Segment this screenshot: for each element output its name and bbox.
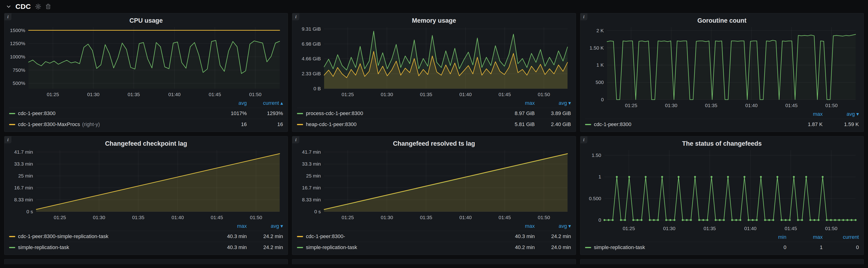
row-title[interactable]: CDC (16, 3, 31, 10)
panel-info-icon[interactable]: i (580, 136, 587, 143)
legend-row[interactable]: process-cdc-1-peer:8300 8.97 GiB 3.89 Gi… (297, 108, 571, 119)
legend-sort-avg[interactable]: avg ▾ (823, 111, 859, 117)
partial-panel (580, 259, 864, 264)
legend-sort-max[interactable]: max (499, 223, 535, 229)
svg-text:01:30: 01:30 (663, 226, 675, 231)
series-color-swatch[interactable] (585, 247, 591, 248)
panels-grid: i CPU usage 500%750%1000%1250%1500%01:25… (0, 13, 868, 255)
series-label[interactable]: simple-replication-task (594, 244, 645, 250)
svg-text:01:45: 01:45 (784, 226, 797, 231)
series-label[interactable]: cdc-1-peer:8300 (18, 110, 55, 116)
legend-sort-max[interactable]: max (499, 100, 535, 106)
series-stat-current: 16 (247, 121, 283, 127)
legend-row[interactable]: cdc-1-peer:8300-simple-replication-task … (9, 231, 283, 242)
svg-text:01:45: 01:45 (499, 215, 511, 220)
svg-text:500: 500 (596, 80, 604, 85)
panel-info-icon[interactable]: i (292, 13, 299, 20)
svg-text:01:35: 01:35 (705, 103, 717, 108)
svg-text:01:50: 01:50 (249, 92, 262, 97)
legend-sort-avg[interactable]: avg ▾ (247, 223, 283, 229)
panel-info-icon[interactable]: i (4, 136, 11, 143)
legend-sort-current[interactable]: current ▴ (247, 100, 283, 106)
goroutine-count-chart[interactable]: 05001 K1.50 K2 K01:2501:3001:3501:4001:4… (585, 24, 859, 110)
legend-row[interactable]: simple-replication-task 40.3 min 24.2 mi… (9, 242, 283, 253)
panel-title[interactable]: CPU usage (9, 14, 283, 24)
svg-text:9.31 GiB: 9.31 GiB (302, 26, 321, 32)
panel-title[interactable]: Changefeed checkpoint lag (9, 137, 283, 147)
legend-row[interactable]: cdc-1-peer:8300 1.87 K 1.59 K (585, 119, 859, 130)
series-color-swatch[interactable] (9, 247, 15, 248)
series-color-swatch[interactable] (297, 113, 303, 114)
next-row-partial (0, 259, 868, 264)
series-color-swatch[interactable] (297, 236, 303, 237)
legend-sort-max[interactable]: max (786, 111, 823, 117)
panel-changefeed-resolved-ts-lag: i Changefeed resolved ts lag 0 s8.33 min… (292, 136, 576, 255)
svg-text:01:30: 01:30 (665, 103, 677, 108)
svg-text:01:45: 01:45 (499, 92, 511, 97)
panel-info-icon[interactable]: i (580, 13, 587, 20)
legend-header: max avg ▾ (297, 221, 571, 231)
series-label[interactable]: simple-replication-task (306, 244, 357, 250)
changefeed-status-chart[interactable]: 00.50011.5001:2501:3001:3501:4001:4501:5… (585, 147, 859, 233)
memory-usage-chart[interactable]: 0 B2.33 GiB4.66 GiB6.98 GiB9.31 GiB01:25… (297, 24, 571, 98)
svg-text:01:35: 01:35 (420, 215, 432, 220)
series-stat-avg: 1.59 K (823, 121, 859, 127)
svg-text:01:40: 01:40 (744, 226, 756, 231)
svg-text:6.98 GiB: 6.98 GiB (302, 41, 321, 47)
series-color-swatch[interactable] (9, 124, 15, 125)
series-label[interactable]: simple-replication-task (18, 244, 69, 250)
chevron-down-icon[interactable] (6, 4, 11, 9)
svg-text:01:30: 01:30 (87, 92, 100, 97)
gear-icon[interactable] (35, 3, 41, 9)
legend-sort-avg[interactable]: avg ▾ (535, 223, 571, 229)
panel-goroutine-count: i Goroutine count 05001 K1.50 K2 K01:250… (580, 13, 864, 132)
series-label[interactable]: cdc-1-peer:8300-MaxProcs (18, 121, 80, 127)
series-stat-avg: 24.2 min (535, 233, 571, 239)
series-label[interactable]: process-cdc-1-peer:8300 (306, 110, 363, 116)
changefeed-resolved-ts-lag-chart[interactable]: 0 s8.33 min16.7 min25 min33.3 min41.7 mi… (297, 147, 571, 221)
series-label[interactable]: cdc-1-peer:8300-simple-replication-task (18, 233, 108, 239)
series-label[interactable]: cdc-1-peer:8300- (306, 233, 345, 239)
legend-row[interactable]: simple-replication-task 40.2 min 24.0 mi… (297, 242, 571, 253)
legend-row[interactable]: cdc-1-peer:8300 1017% 1293% (9, 108, 283, 119)
svg-text:1.50: 1.50 (592, 152, 601, 158)
legend-row[interactable]: cdc-1-peer:8300- 40.3 min 24.2 min (297, 231, 571, 242)
panel-title[interactable]: Changefeed resolved ts lag (297, 137, 571, 147)
series-stat-avg: 2.40 GiB (535, 121, 571, 127)
series-stat-max: 1.87 K (786, 121, 823, 127)
cpu-usage-chart[interactable]: 500%750%1000%1250%1500%01:2501:3001:3501… (9, 24, 283, 98)
series-label[interactable]: cdc-1-peer:8300 (594, 121, 631, 127)
legend-row[interactable]: heap-cdc-1-peer:8300 5.81 GiB 2.40 GiB (297, 119, 571, 130)
legend-row[interactable]: cdc-1-peer:8300-MaxProcs(right-y) 16 16 (9, 119, 283, 130)
series-label-suffix: (right-y) (82, 121, 100, 127)
changefeed-checkpoint-lag-chart[interactable]: 0 s8.33 min16.7 min25 min33.3 min41.7 mi… (9, 147, 283, 221)
series-color-swatch[interactable] (585, 124, 591, 125)
svg-text:01:50: 01:50 (250, 215, 262, 220)
legend-row[interactable]: simple-replication-task 0 1 0 (585, 242, 859, 253)
legend-sort-avg[interactable]: avg (211, 100, 247, 106)
legend-sort-max[interactable]: max (211, 223, 247, 229)
panel-info-icon[interactable]: i (292, 136, 299, 143)
panel-cpu-usage: i CPU usage 500%750%1000%1250%1500%01:25… (4, 13, 288, 132)
svg-text:01:45: 01:45 (211, 215, 223, 220)
series-stat-avg: 24.2 min (247, 233, 283, 239)
panel-title[interactable]: Memory usage (297, 14, 571, 24)
svg-text:1500%: 1500% (10, 28, 25, 33)
trash-icon[interactable] (45, 3, 51, 9)
series-color-swatch[interactable] (9, 113, 15, 114)
series-label[interactable]: heap-cdc-1-peer:8300 (306, 121, 356, 127)
svg-text:8.33 min: 8.33 min (14, 197, 33, 202)
panel-title[interactable]: The status of changefeeds (585, 137, 859, 147)
svg-text:41.7 min: 41.7 min (302, 149, 321, 155)
series-color-swatch[interactable] (9, 236, 15, 237)
panel-title[interactable]: Goroutine count (585, 14, 859, 24)
series-color-swatch[interactable] (297, 124, 303, 125)
panel-info-icon[interactable]: i (4, 13, 11, 20)
series-color-swatch[interactable] (297, 247, 303, 248)
legend-sort-min[interactable]: min (750, 234, 786, 240)
legend-sort-max[interactable]: max (786, 234, 823, 240)
legend-sort-avg[interactable]: avg ▾ (535, 100, 571, 106)
svg-text:01:35: 01:35 (420, 92, 432, 97)
legend-sort-current[interactable]: current (823, 234, 859, 240)
series-stat-avg: 1017% (211, 110, 247, 116)
